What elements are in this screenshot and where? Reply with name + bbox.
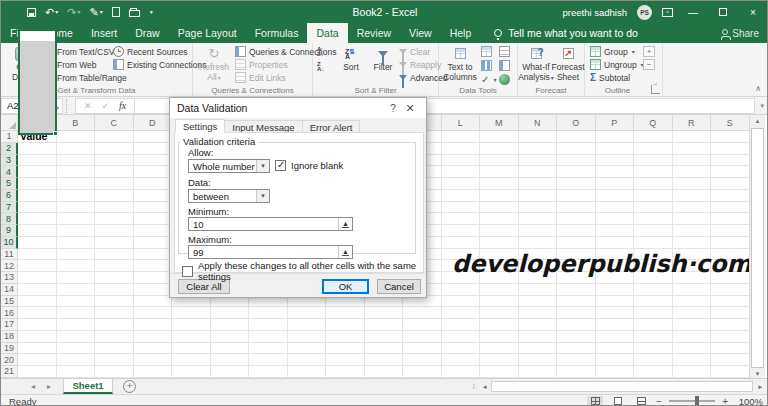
row-header-13[interactable]: 13	[1, 272, 18, 284]
grid-cell-Q9[interactable]	[634, 225, 673, 237]
hide-detail-button[interactable]: −	[643, 59, 655, 70]
row-header-7[interactable]: 7	[1, 202, 18, 214]
column-header-D[interactable]: D	[134, 115, 173, 131]
grid-cell-N3[interactable]	[519, 155, 558, 167]
page-break-view-button[interactable]	[633, 396, 649, 406]
grid-cell-L19[interactable]	[442, 343, 481, 355]
grid-cell-B20[interactable]	[57, 354, 96, 366]
grid-cell-A18[interactable]	[18, 331, 57, 343]
grid-cell-J18[interactable]	[365, 331, 404, 343]
grid-cell-C16[interactable]	[95, 307, 134, 319]
grid-cell-N8[interactable]	[519, 213, 558, 225]
grid-cell-M1[interactable]	[480, 131, 519, 143]
grid-cell-O9[interactable]	[557, 225, 596, 237]
grid-cell-A16[interactable]	[18, 307, 57, 319]
minimum-input[interactable]: 10 ▲	[188, 217, 353, 231]
grid-cell-P19[interactable]	[596, 343, 635, 355]
grid-cell-J17[interactable]	[365, 319, 404, 331]
grid-cell-M15[interactable]	[480, 296, 519, 308]
grid-cell-P8[interactable]	[596, 213, 635, 225]
column-header-B[interactable]: B	[57, 115, 96, 131]
grid-cell-G16[interactable]	[249, 307, 288, 319]
expand-formula-bar-icon[interactable]: ▾	[755, 102, 768, 110]
grid-cell-R19[interactable]	[673, 343, 712, 355]
grid-cell-S5[interactable]	[711, 178, 750, 190]
grid-cell-H18[interactable]	[288, 331, 327, 343]
grid-cell-N4[interactable]	[519, 166, 558, 178]
grid-cell-L8[interactable]	[442, 213, 481, 225]
grid-cell-B14[interactable]	[57, 284, 96, 296]
select-all-corner[interactable]	[1, 115, 18, 131]
grid-cell-B19[interactable]	[57, 343, 96, 355]
grid-cell-O19[interactable]	[557, 343, 596, 355]
grid-cell-L9[interactable]	[442, 225, 481, 237]
grid-cell-N20[interactable]	[519, 354, 558, 366]
grid-cell-D1[interactable]	[134, 131, 173, 143]
grid-cell-L6[interactable]	[442, 190, 481, 202]
grid-cell-C20[interactable]	[95, 354, 134, 366]
grid-cell-D19[interactable]	[134, 343, 173, 355]
row-header-15[interactable]: 15	[1, 296, 18, 308]
row-header-20[interactable]: 20	[1, 354, 18, 366]
row-header-16[interactable]: 16	[1, 307, 18, 319]
insert-function-icon[interactable]: fx	[119, 100, 126, 111]
grid-cell-S19[interactable]	[711, 343, 750, 355]
grid-cell-B10[interactable]	[57, 237, 96, 249]
grid-cell-O4[interactable]	[557, 166, 596, 178]
grid-cell-Q1[interactable]	[634, 131, 673, 143]
grid-cell-D13[interactable]	[134, 272, 173, 284]
grid-cell-P18[interactable]	[596, 331, 635, 343]
grid-cell-F20[interactable]	[211, 354, 250, 366]
grid-cell-C1[interactable]	[95, 131, 134, 143]
grid-cell-Q4[interactable]	[634, 166, 673, 178]
grid-cell-B12[interactable]	[57, 260, 96, 272]
row-header-3[interactable]: 3	[1, 155, 18, 167]
grid-cell-D17[interactable]	[134, 319, 173, 331]
show-detail-button[interactable]: +	[643, 46, 655, 57]
grid-cell-D10[interactable]	[134, 237, 173, 249]
grid-cell-L1[interactable]	[442, 131, 481, 143]
grid-cell-E19[interactable]	[172, 343, 211, 355]
row-header-1[interactable]: 1	[1, 131, 18, 143]
grid-cell-O21[interactable]	[557, 366, 596, 378]
grid-cell-B18[interactable]	[57, 331, 96, 343]
ungroup-button[interactable]: Ungroup▾	[590, 59, 644, 70]
grid-cell-M4[interactable]	[480, 166, 519, 178]
row-header-5[interactable]: 5	[1, 178, 18, 190]
column-header-N[interactable]: N	[519, 115, 558, 131]
grid-cell-J21[interactable]	[365, 366, 404, 378]
grid-cell-E18[interactable]	[172, 331, 211, 343]
grid-cell-S4[interactable]	[711, 166, 750, 178]
grid-cell-N17[interactable]	[519, 319, 558, 331]
grid-cell-A8[interactable]	[18, 213, 57, 225]
grid-cell-O5[interactable]	[557, 178, 596, 190]
grid-cell-J16[interactable]	[365, 307, 404, 319]
grid-cell-Q6[interactable]	[634, 190, 673, 202]
grid-cell-D9[interactable]	[134, 225, 173, 237]
grid-cell-Q17[interactable]	[634, 319, 673, 331]
grid-cell-S16[interactable]	[711, 307, 750, 319]
grid-cell-Q14[interactable]	[634, 284, 673, 296]
horizontal-scrollbar[interactable]: ⁞ ◂ ▸	[473, 379, 768, 394]
tab-page-layout[interactable]: Page Layout	[169, 23, 246, 43]
grid-cell-G18[interactable]	[249, 331, 288, 343]
grid-cell-O18[interactable]	[557, 331, 596, 343]
grid-cell-D20[interactable]	[134, 354, 173, 366]
grid-cell-N2[interactable]	[519, 143, 558, 155]
scrollbar-resize-grip[interactable]: ⁞	[473, 382, 474, 391]
horizontal-scrollbar-thumb[interactable]	[491, 381, 753, 392]
grid-cell-C19[interactable]	[95, 343, 134, 355]
row-header-14[interactable]: 14	[1, 284, 18, 296]
grid-cell-Q8[interactable]	[634, 213, 673, 225]
grid-cell-M16[interactable]	[480, 307, 519, 319]
grid-cell-P6[interactable]	[596, 190, 635, 202]
grid-cell-M8[interactable]	[480, 213, 519, 225]
grid-cell-C2[interactable]	[95, 143, 134, 155]
grid-cell-C14[interactable]	[95, 284, 134, 296]
grid-cell-D2[interactable]	[134, 143, 173, 155]
grid-cell-L21[interactable]	[442, 366, 481, 378]
next-sheet-icon[interactable]: ▸	[41, 379, 57, 394]
grid-cell-S3[interactable]	[711, 155, 750, 167]
grid-cell-P3[interactable]	[596, 155, 635, 167]
grid-cell-Q21[interactable]	[634, 366, 673, 378]
